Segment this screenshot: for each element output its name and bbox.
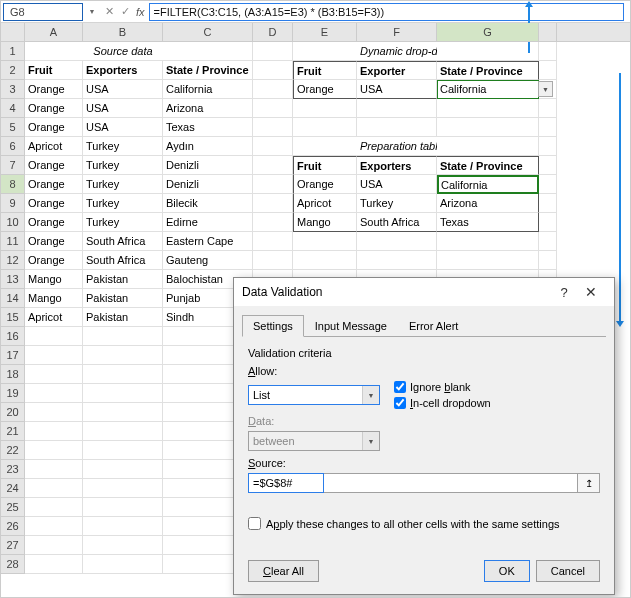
source-input-tail[interactable]	[324, 473, 578, 493]
enter-icon[interactable]: ✓	[119, 5, 132, 18]
row-header[interactable]: 11	[1, 232, 25, 251]
cell[interactable]: ▼	[539, 80, 557, 99]
cell[interactable]: Orange	[293, 80, 357, 99]
cell[interactable]	[25, 441, 83, 460]
cell[interactable]: South Africa	[357, 213, 437, 232]
row-header[interactable]: 17	[1, 346, 25, 365]
close-icon[interactable]: ✕	[576, 284, 606, 300]
cell[interactable]	[25, 517, 83, 536]
cell[interactable]	[253, 61, 293, 80]
col-header[interactable]: A	[25, 23, 83, 41]
cell[interactable]: Pakistan	[83, 270, 163, 289]
cell[interactable]	[293, 251, 357, 270]
cell[interactable]	[437, 99, 539, 118]
cell[interactable]: Arizona	[163, 99, 253, 118]
cell[interactable]	[253, 137, 293, 156]
cell[interactable]	[539, 194, 557, 213]
cell[interactable]	[357, 232, 437, 251]
cell[interactable]	[253, 118, 293, 137]
cell[interactable]	[539, 232, 557, 251]
cell[interactable]: Denizli	[163, 175, 253, 194]
row-header[interactable]: 19	[1, 384, 25, 403]
row-header[interactable]: 27	[1, 536, 25, 555]
cell[interactable]: Mango	[25, 289, 83, 308]
cell[interactable]: Orange	[25, 251, 83, 270]
row-header[interactable]: 21	[1, 422, 25, 441]
cell[interactable]: Texas	[437, 213, 539, 232]
cell[interactable]	[83, 555, 163, 574]
cell[interactable]	[437, 251, 539, 270]
row-header[interactable]: 6	[1, 137, 25, 156]
cell[interactable]	[437, 118, 539, 137]
apply-changes-checkbox[interactable]	[248, 517, 261, 530]
formula-bar[interactable]: =FILTER(C3:C15, (A3:A15=E3) * (B3:B15=F3…	[149, 3, 624, 21]
checkbox-input[interactable]	[394, 381, 406, 393]
cell[interactable]: Orange	[25, 232, 83, 251]
cell[interactable]	[83, 460, 163, 479]
cell[interactable]	[437, 137, 539, 156]
cell[interactable]	[25, 460, 83, 479]
ok-button[interactable]: OK	[484, 560, 530, 582]
cell[interactable]: Mango	[25, 270, 83, 289]
incell-dropdown-checkbox[interactable]: In-cell dropdown	[394, 397, 491, 409]
cell[interactable]	[539, 42, 557, 61]
row-header[interactable]: 2	[1, 61, 25, 80]
checkbox-input[interactable]	[394, 397, 406, 409]
col-header[interactable]: G	[437, 23, 539, 41]
cell[interactable]	[253, 194, 293, 213]
cell[interactable]	[437, 42, 539, 61]
cell[interactable]	[253, 251, 293, 270]
row-header[interactable]: 4	[1, 99, 25, 118]
cell[interactable]: Apricot	[293, 194, 357, 213]
cell[interactable]	[83, 536, 163, 555]
row-header[interactable]: 20	[1, 403, 25, 422]
cell[interactable]	[83, 422, 163, 441]
header-cell[interactable]: Exporters	[83, 61, 163, 80]
cell[interactable]	[253, 156, 293, 175]
title-cell[interactable]: Dynamic drop-down	[357, 42, 437, 61]
cell[interactable]: Pakistan	[83, 289, 163, 308]
cell[interactable]	[25, 403, 83, 422]
cell[interactable]	[253, 232, 293, 251]
source-input[interactable]: =$G$8#	[248, 473, 324, 493]
row-header[interactable]: 23	[1, 460, 25, 479]
cell[interactable]	[25, 536, 83, 555]
cell[interactable]: Turkey	[83, 213, 163, 232]
row-header[interactable]: 25	[1, 498, 25, 517]
cell[interactable]: South Africa	[83, 251, 163, 270]
cell[interactable]: USA	[357, 175, 437, 194]
clear-all-button[interactable]: Clear All	[248, 560, 319, 582]
dropdown-arrow-icon[interactable]: ▼	[538, 81, 553, 97]
cell[interactable]	[25, 555, 83, 574]
row-header[interactable]: 28	[1, 555, 25, 574]
cell[interactable]	[25, 479, 83, 498]
cell[interactable]: Mango	[293, 213, 357, 232]
cell[interactable]: South Africa	[83, 232, 163, 251]
cell[interactable]: Turkey	[83, 137, 163, 156]
cell[interactable]: USA	[357, 80, 437, 99]
cell[interactable]	[83, 517, 163, 536]
cell[interactable]	[83, 384, 163, 403]
cell[interactable]	[25, 365, 83, 384]
cell[interactable]	[539, 118, 557, 137]
cell[interactable]: Apricot	[25, 137, 83, 156]
title-cell[interactable]	[293, 42, 357, 61]
header-cell[interactable]: Fruit	[293, 61, 357, 80]
cell[interactable]: USA	[83, 99, 163, 118]
chevron-down-icon[interactable]: ▼	[362, 386, 379, 404]
tab-input-message[interactable]: Input Message	[304, 315, 398, 337]
cell[interactable]	[83, 441, 163, 460]
header-cell[interactable]: State / Province	[163, 61, 253, 80]
row-header[interactable]: 18	[1, 365, 25, 384]
cell[interactable]	[539, 156, 557, 175]
cell[interactable]: Turkey	[357, 194, 437, 213]
cell[interactable]	[293, 232, 357, 251]
cell[interactable]	[253, 42, 293, 61]
range-picker-icon[interactable]: ↥	[578, 473, 600, 493]
tab-settings[interactable]: Settings	[242, 315, 304, 337]
cell[interactable]	[25, 327, 83, 346]
cell[interactable]	[253, 213, 293, 232]
row-header[interactable]: 1	[1, 42, 25, 61]
cell[interactable]	[83, 403, 163, 422]
cell[interactable]	[357, 118, 437, 137]
